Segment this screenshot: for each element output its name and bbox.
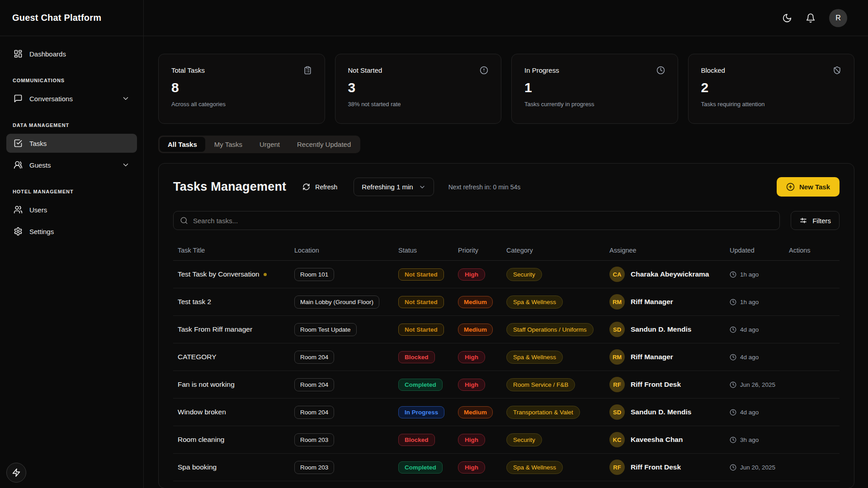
sliders-icon bbox=[799, 216, 807, 225]
status-badge: Not Started bbox=[398, 324, 444, 336]
task-title: Task From Riff manager bbox=[178, 325, 252, 333]
search-input[interactable] bbox=[193, 217, 773, 225]
sidebar-item-settings[interactable]: Settings bbox=[6, 222, 137, 241]
status-badge: In Progress bbox=[398, 406, 444, 418]
sidebar-item-tasks[interactable]: Tasks bbox=[6, 134, 137, 153]
category-badge: Transportation & Valet bbox=[506, 406, 580, 419]
stat-value: 2 bbox=[701, 80, 842, 95]
refresh-label: Refresh bbox=[315, 183, 337, 191]
stat-subtext: 38% not started rate bbox=[348, 101, 489, 108]
refresh-button[interactable]: Refresh bbox=[302, 183, 337, 191]
sidebar-item-conversations[interactable]: Conversations bbox=[6, 89, 137, 108]
tab-my-tasks[interactable]: My Tasks bbox=[206, 137, 250, 152]
column-header-updated: Updated bbox=[730, 247, 789, 254]
user-avatar[interactable]: R bbox=[829, 9, 847, 27]
priority-badge: Medium bbox=[458, 296, 493, 308]
category-badge: Staff Operations / Uniforms bbox=[506, 323, 594, 336]
chevron-down-icon bbox=[122, 94, 130, 103]
refresh-icon bbox=[302, 183, 310, 191]
new-task-label: New Task bbox=[799, 183, 830, 191]
chat-icon bbox=[14, 94, 23, 103]
table-row[interactable]: CATEGORYRoom 204BlockedHighSpa & Wellnes… bbox=[173, 343, 840, 371]
location-badge: Main Lobby (Ground Floor) bbox=[294, 296, 379, 309]
assignee-avatar: RF bbox=[609, 460, 625, 475]
column-header-actions: Actions bbox=[789, 247, 840, 254]
new-task-button[interactable]: New Task bbox=[777, 177, 840, 197]
sidebar-item-label: Conversations bbox=[29, 95, 73, 103]
main-content: Total Tasks8Across all categoriesNot Sta… bbox=[144, 36, 868, 488]
search-box bbox=[173, 211, 780, 230]
assignee-name: Riff Front Desk bbox=[631, 463, 681, 471]
app-title: Guest Chat Platform bbox=[0, 0, 143, 36]
updated-time: 3h ago bbox=[740, 436, 759, 443]
tab-recently-updated[interactable]: Recently Updated bbox=[289, 137, 359, 152]
location-badge: Room 204 bbox=[294, 378, 334, 391]
updated-time: Jun 26, 2025 bbox=[740, 381, 775, 388]
stat-label: Not Started bbox=[348, 66, 382, 74]
next-refresh-countdown: Next refresh in: 0 min 54s bbox=[448, 183, 521, 191]
table-row[interactable]: Fan is not workingRoom 204CompletedHighR… bbox=[173, 371, 840, 399]
refresh-interval-select[interactable]: Refreshing 1 min bbox=[354, 178, 434, 196]
stat-label: Total Tasks bbox=[171, 66, 205, 74]
table-row[interactable]: Window brokenRoom 204In ProgressMediumTr… bbox=[173, 399, 840, 426]
sidebar-item-users[interactable]: Users bbox=[6, 200, 137, 219]
clock-icon bbox=[656, 66, 665, 75]
status-badge: Blocked bbox=[398, 434, 435, 446]
guests-icon bbox=[14, 160, 23, 169]
table-row[interactable]: Test Task by ConversationRoom 101Not Sta… bbox=[173, 261, 840, 288]
task-check-icon bbox=[14, 139, 23, 148]
location-badge: Room 204 bbox=[294, 406, 334, 419]
panel-header: Tasks Management Refresh Refreshing 1 mi… bbox=[173, 177, 840, 197]
filters-button[interactable]: Filters bbox=[791, 211, 840, 230]
priority-badge: High bbox=[458, 268, 485, 281]
tasks-panel: Tasks Management Refresh Refreshing 1 mi… bbox=[158, 163, 854, 488]
tab-all-tasks[interactable]: All Tasks bbox=[160, 137, 205, 152]
column-header-location: Location bbox=[294, 247, 398, 254]
assignee-avatar: RM bbox=[609, 294, 625, 310]
theme-toggle-button[interactable] bbox=[782, 13, 792, 23]
top-header: R bbox=[144, 0, 868, 36]
sidebar-item-dashboards[interactable]: Dashboards bbox=[6, 44, 137, 63]
updated-time: Jun 20, 2025 bbox=[740, 464, 775, 471]
sidebar-item-label: Settings bbox=[29, 228, 54, 235]
clock-icon bbox=[730, 354, 736, 361]
clock-icon bbox=[730, 436, 736, 443]
sidebar-item-label: Users bbox=[29, 206, 47, 214]
shield-off-icon bbox=[833, 66, 841, 75]
column-header-status: Status bbox=[398, 247, 458, 254]
settings-icon bbox=[14, 227, 23, 236]
filters-label: Filters bbox=[812, 217, 831, 225]
assignee-name: Riff Front Desk bbox=[631, 380, 681, 389]
search-icon bbox=[180, 216, 188, 225]
status-badge: Completed bbox=[398, 379, 443, 391]
stat-label: Blocked bbox=[701, 66, 725, 74]
sidebar-item-guests[interactable]: Guests bbox=[6, 155, 137, 174]
assignee-name: Kaveesha Chan bbox=[631, 436, 683, 444]
tasks-table: Task TitleLocationStatusPriorityCategory… bbox=[173, 240, 840, 481]
location-badge: Room 204 bbox=[294, 351, 334, 364]
chevron-down-icon bbox=[122, 161, 130, 169]
table-row[interactable]: Spa bookingRoom 203CompletedHighSpa & We… bbox=[173, 454, 840, 481]
refresh-icon bbox=[302, 183, 310, 191]
task-title: Test Task by Conversation bbox=[178, 270, 259, 278]
column-header-task-title: Task Title bbox=[178, 247, 294, 254]
stat-value: 1 bbox=[524, 80, 665, 95]
tab-urgent[interactable]: Urgent bbox=[251, 137, 288, 152]
updated-time: 4d ago bbox=[740, 326, 759, 333]
task-title: Window broken bbox=[178, 408, 226, 416]
notifications-button[interactable] bbox=[806, 13, 816, 23]
panel-title: Tasks Management bbox=[173, 180, 286, 194]
priority-badge: High bbox=[458, 434, 485, 446]
location-badge: Room Test Update bbox=[294, 323, 357, 336]
stat-value: 8 bbox=[171, 80, 312, 95]
task-title: Spa booking bbox=[178, 463, 217, 471]
table-row[interactable]: Test task 2Main Lobby (Ground Floor)Not … bbox=[173, 288, 840, 316]
linked-conversation-dot-icon bbox=[264, 273, 267, 276]
table-row[interactable]: Room cleaningRoom 203BlockedHighSecurity… bbox=[173, 426, 840, 454]
clock-icon bbox=[730, 464, 736, 471]
priority-badge: Medium bbox=[458, 324, 493, 336]
table-row[interactable]: Task From Riff managerRoom Test UpdateNo… bbox=[173, 316, 840, 343]
quick-actions-button[interactable] bbox=[6, 463, 26, 483]
assignee-name: Sandun D. Mendis bbox=[631, 325, 691, 333]
task-title: Fan is not working bbox=[178, 380, 235, 388]
